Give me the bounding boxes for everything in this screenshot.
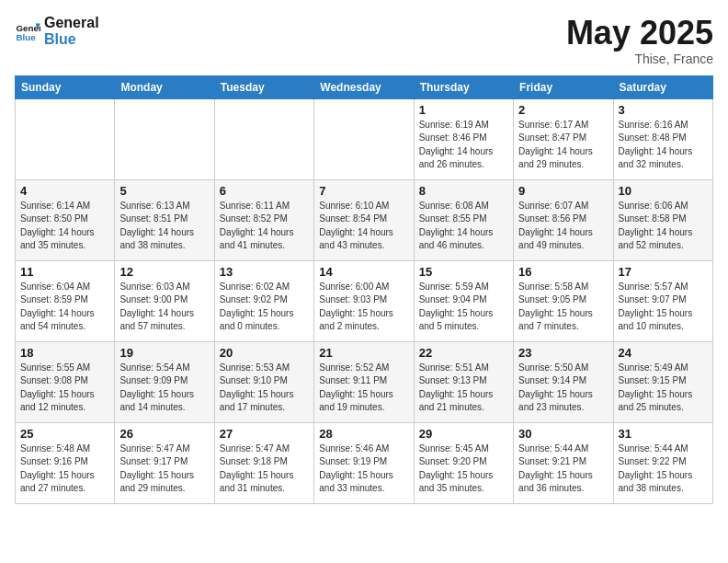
day-info: Sunrise: 6:06 AM Sunset: 8:58 PM Dayligh… — [619, 200, 708, 253]
day-info: Sunrise: 6:07 AM Sunset: 8:56 PM Dayligh… — [518, 200, 608, 253]
day-cell: 4Sunrise: 6:14 AM Sunset: 8:50 PM Daylig… — [16, 179, 115, 260]
calendar-table: SundayMondayTuesdayWednesdayThursdayFrid… — [15, 75, 713, 504]
day-info: Sunrise: 5:54 AM Sunset: 9:09 PM Dayligh… — [119, 362, 209, 415]
week-row-2: 4Sunrise: 6:14 AM Sunset: 8:50 PM Daylig… — [16, 179, 713, 260]
day-cell: 19Sunrise: 5:54 AM Sunset: 9:09 PM Dayli… — [115, 341, 214, 422]
day-cell: 3Sunrise: 6:16 AM Sunset: 8:48 PM Daylig… — [613, 98, 712, 179]
day-cell: 15Sunrise: 5:59 AM Sunset: 9:04 PM Dayli… — [414, 260, 513, 341]
day-number: 5 — [119, 184, 209, 198]
logo-icon: General Blue — [15, 18, 40, 44]
day-number: 2 — [518, 103, 608, 117]
logo-general: General — [44, 15, 99, 31]
day-cell: 27Sunrise: 5:47 AM Sunset: 9:18 PM Dayli… — [214, 422, 313, 503]
day-number: 18 — [20, 346, 109, 360]
day-info: Sunrise: 6:02 AM Sunset: 9:02 PM Dayligh… — [220, 281, 309, 334]
day-cell: 12Sunrise: 6:03 AM Sunset: 9:00 PM Dayli… — [115, 260, 214, 341]
day-number: 9 — [518, 184, 608, 198]
header-row: SundayMondayTuesdayWednesdayThursdayFrid… — [16, 75, 713, 98]
day-info: Sunrise: 5:48 AM Sunset: 9:16 PM Dayligh… — [20, 442, 109, 496]
day-cell: 20Sunrise: 5:53 AM Sunset: 9:10 PM Dayli… — [214, 341, 313, 422]
day-number: 26 — [119, 427, 209, 441]
day-cell: 26Sunrise: 5:47 AM Sunset: 9:17 PM Dayli… — [115, 422, 214, 503]
logo: General Blue General Blue — [15, 15, 99, 47]
day-cell: 2Sunrise: 6:17 AM Sunset: 8:47 PM Daylig… — [514, 98, 613, 179]
day-info: Sunrise: 6:14 AM Sunset: 8:50 PM Dayligh… — [20, 200, 109, 253]
day-cell — [115, 98, 214, 179]
day-cell: 11Sunrise: 6:04 AM Sunset: 8:59 PM Dayli… — [16, 260, 115, 341]
location: Thise, France — [566, 52, 713, 66]
day-info: Sunrise: 5:59 AM Sunset: 9:04 PM Dayligh… — [419, 281, 508, 334]
col-header-saturday: Saturday — [613, 75, 712, 98]
day-cell: 9Sunrise: 6:07 AM Sunset: 8:56 PM Daylig… — [514, 179, 613, 260]
day-info: Sunrise: 5:58 AM Sunset: 9:05 PM Dayligh… — [518, 281, 608, 334]
day-number: 6 — [220, 184, 309, 198]
day-cell: 8Sunrise: 6:08 AM Sunset: 8:55 PM Daylig… — [414, 179, 513, 260]
day-cell: 30Sunrise: 5:44 AM Sunset: 9:21 PM Dayli… — [514, 422, 613, 503]
day-number: 1 — [419, 103, 508, 117]
day-number: 30 — [518, 427, 608, 441]
week-row-4: 18Sunrise: 5:55 AM Sunset: 9:08 PM Dayli… — [16, 341, 713, 422]
col-header-wednesday: Wednesday — [314, 75, 414, 98]
day-cell: 6Sunrise: 6:11 AM Sunset: 8:52 PM Daylig… — [214, 179, 313, 260]
day-info: Sunrise: 6:11 AM Sunset: 8:52 PM Dayligh… — [220, 200, 309, 253]
day-cell: 29Sunrise: 5:45 AM Sunset: 9:20 PM Dayli… — [414, 422, 513, 503]
day-number: 17 — [619, 265, 708, 279]
col-header-friday: Friday — [514, 75, 613, 98]
day-number: 22 — [419, 346, 508, 360]
day-cell — [16, 98, 115, 179]
day-number: 4 — [20, 184, 109, 198]
day-info: Sunrise: 5:55 AM Sunset: 9:08 PM Dayligh… — [20, 362, 109, 415]
day-info: Sunrise: 5:46 AM Sunset: 9:19 PM Dayligh… — [319, 442, 408, 496]
page-header: General Blue General Blue May 2025 Thise… — [15, 15, 713, 66]
day-info: Sunrise: 5:45 AM Sunset: 9:20 PM Dayligh… — [419, 442, 508, 496]
day-info: Sunrise: 6:16 AM Sunset: 8:48 PM Dayligh… — [619, 119, 708, 172]
day-info: Sunrise: 5:51 AM Sunset: 9:13 PM Dayligh… — [419, 362, 508, 415]
day-info: Sunrise: 5:44 AM Sunset: 9:21 PM Dayligh… — [518, 442, 608, 496]
day-number: 7 — [319, 184, 408, 198]
day-number: 23 — [518, 346, 608, 360]
day-cell: 1Sunrise: 6:19 AM Sunset: 8:46 PM Daylig… — [414, 98, 513, 179]
day-cell: 18Sunrise: 5:55 AM Sunset: 9:08 PM Dayli… — [16, 341, 115, 422]
day-cell: 23Sunrise: 5:50 AM Sunset: 9:14 PM Dayli… — [514, 341, 613, 422]
day-number: 21 — [319, 346, 408, 360]
day-info: Sunrise: 5:53 AM Sunset: 9:10 PM Dayligh… — [220, 362, 309, 415]
day-number: 24 — [619, 346, 708, 360]
day-info: Sunrise: 6:00 AM Sunset: 9:03 PM Dayligh… — [319, 281, 408, 334]
svg-text:Blue: Blue — [16, 31, 36, 41]
col-header-monday: Monday — [115, 75, 214, 98]
day-number: 19 — [119, 346, 209, 360]
day-number: 27 — [220, 427, 309, 441]
day-number: 8 — [419, 184, 508, 198]
day-info: Sunrise: 5:50 AM Sunset: 9:14 PM Dayligh… — [518, 362, 608, 415]
col-header-thursday: Thursday — [414, 75, 513, 98]
day-cell: 14Sunrise: 6:00 AM Sunset: 9:03 PM Dayli… — [314, 260, 414, 341]
day-number: 28 — [319, 427, 408, 441]
day-number: 14 — [319, 265, 408, 279]
day-number: 31 — [619, 427, 708, 441]
day-cell: 31Sunrise: 5:44 AM Sunset: 9:22 PM Dayli… — [613, 422, 712, 503]
day-cell: 21Sunrise: 5:52 AM Sunset: 9:11 PM Dayli… — [314, 341, 414, 422]
week-row-1: 1Sunrise: 6:19 AM Sunset: 8:46 PM Daylig… — [16, 98, 713, 179]
week-row-5: 25Sunrise: 5:48 AM Sunset: 9:16 PM Dayli… — [16, 422, 713, 503]
day-cell: 10Sunrise: 6:06 AM Sunset: 8:58 PM Dayli… — [613, 179, 712, 260]
day-cell: 22Sunrise: 5:51 AM Sunset: 9:13 PM Dayli… — [414, 341, 513, 422]
day-number: 20 — [220, 346, 309, 360]
day-info: Sunrise: 5:49 AM Sunset: 9:15 PM Dayligh… — [619, 362, 708, 415]
day-number: 16 — [518, 265, 608, 279]
week-row-3: 11Sunrise: 6:04 AM Sunset: 8:59 PM Dayli… — [16, 260, 713, 341]
day-info: Sunrise: 5:47 AM Sunset: 9:17 PM Dayligh… — [119, 442, 209, 496]
day-cell: 16Sunrise: 5:58 AM Sunset: 9:05 PM Dayli… — [514, 260, 613, 341]
day-cell: 24Sunrise: 5:49 AM Sunset: 9:15 PM Dayli… — [613, 341, 712, 422]
day-number: 11 — [20, 265, 109, 279]
day-number: 15 — [419, 265, 508, 279]
col-header-sunday: Sunday — [16, 75, 115, 98]
day-info: Sunrise: 6:08 AM Sunset: 8:55 PM Dayligh… — [419, 200, 508, 253]
day-info: Sunrise: 6:17 AM Sunset: 8:47 PM Dayligh… — [518, 119, 608, 172]
day-number: 13 — [220, 265, 309, 279]
day-info: Sunrise: 6:19 AM Sunset: 8:46 PM Dayligh… — [419, 119, 508, 172]
day-number: 3 — [619, 103, 708, 117]
month-title: May 2025 — [566, 15, 713, 52]
day-info: Sunrise: 6:10 AM Sunset: 8:54 PM Dayligh… — [319, 200, 408, 253]
day-info: Sunrise: 6:04 AM Sunset: 8:59 PM Dayligh… — [20, 281, 109, 334]
logo-blue: Blue — [44, 31, 99, 48]
